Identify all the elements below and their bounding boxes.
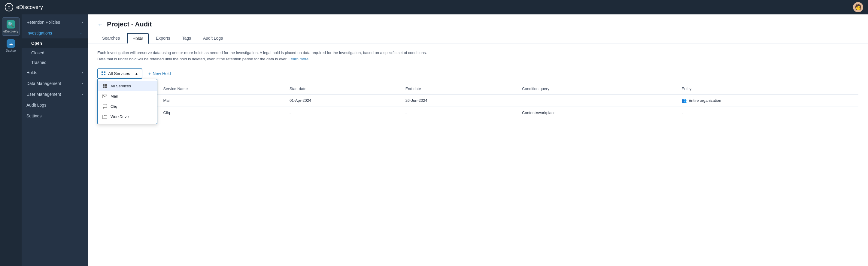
cliq-label: Cliq: [111, 104, 117, 109]
dropdown-option-mail[interactable]: Mail: [98, 91, 157, 101]
table-header-row: Service Name Start date End date Conditi…: [97, 84, 858, 95]
svg-rect-1: [105, 84, 107, 86]
sidebar-item-audit-logs[interactable]: Audit Logs: [22, 100, 88, 110]
th-service-name: Service Name: [158, 84, 284, 95]
tab-exports[interactable]: Exports: [151, 33, 175, 43]
nav-item-ediscovery[interactable]: 🔍 eDiscovery: [2, 18, 20, 36]
sidebar-item-settings[interactable]: Settings: [22, 110, 88, 121]
table-row: ... Mail 01-Apr-2024 26-Jun-2024 👥 Entir…: [97, 94, 858, 107]
chevron-icon-um: ›: [82, 92, 83, 96]
backup-icon: ☁: [7, 39, 15, 48]
sidebar-item-user-management[interactable]: User Management ›: [22, 89, 88, 100]
nav-item-backup[interactable]: ☁ Backup: [2, 37, 20, 55]
ediscovery-icon: 🔍: [7, 20, 15, 29]
row2-service-name: Cliq: [158, 107, 284, 119]
svg-rect-2: [103, 87, 104, 88]
row1-condition-query: [517, 94, 677, 107]
dropdown-trigger[interactable]: All Services ▲: [97, 68, 142, 79]
closed-label: Closed: [31, 51, 44, 55]
th-start-date: Start date: [285, 84, 401, 95]
learn-more-link[interactable]: Learn more: [289, 57, 308, 61]
th-end-date: End date: [401, 84, 517, 95]
mail-label: Mail: [111, 94, 118, 98]
dropdown-option-all-services[interactable]: All Services: [98, 81, 157, 91]
holds-label: Holds: [26, 70, 37, 75]
nav-label-ediscovery: eDiscovery: [3, 30, 18, 33]
row1-entity: 👥 Entire organization: [677, 94, 858, 107]
th-entity: Entity: [677, 84, 858, 95]
chat-icon: [102, 104, 107, 109]
sidebar: Retention Policies › Investigations ⌄ Op…: [22, 14, 88, 266]
sidebar-item-open[interactable]: Open: [22, 38, 88, 48]
row1-service-name: Mail: [158, 94, 284, 107]
investigations-submenu: Open Closed Trashed: [22, 38, 88, 67]
topbar: ⊙ eDiscovery 🧑: [0, 0, 868, 14]
svg-marker-6: [103, 107, 104, 109]
chevron-icon: ›: [82, 20, 83, 24]
toolbar-row: All Services ▲: [97, 68, 858, 79]
sidebar-item-closed[interactable]: Closed: [22, 48, 88, 58]
dropdown-option-workdrive[interactable]: WorkDrive: [98, 112, 157, 122]
grid-icon: [101, 71, 106, 76]
data-management-label: Data Management: [26, 81, 61, 86]
entity-icon: 👥: [681, 98, 687, 103]
holds-table: Service Name Start date End date Conditi…: [97, 84, 858, 119]
app-logo: ⊙: [5, 3, 13, 11]
tab-holds[interactable]: Holds: [127, 33, 149, 44]
retention-policies-label: Retention Policies: [26, 20, 60, 25]
row2-start-date: -: [285, 107, 401, 119]
audit-logs-label: Audit Logs: [26, 103, 46, 107]
row1-start-date: 01-Apr-2024: [285, 94, 401, 107]
service-filter-dropdown: All Services ▲: [97, 68, 142, 79]
sidebar-item-retention-policies[interactable]: Retention Policies ›: [22, 17, 88, 28]
tab-searches[interactable]: Searches: [97, 33, 125, 43]
sidebar-item-investigations[interactable]: Investigations ⌄: [22, 28, 88, 38]
content-body: Each investigation will preserve data us…: [88, 44, 868, 266]
chevron-icon-holds: ›: [82, 71, 83, 75]
content-area: ← Project - Audit Searches Holds Exports…: [88, 14, 868, 266]
chevron-up-icon: ▲: [135, 72, 138, 75]
all-services-icon: [102, 84, 107, 89]
svg-rect-3: [105, 87, 107, 88]
svg-rect-0: [103, 84, 104, 86]
content-header: ← Project - Audit Searches Holds Exports…: [88, 14, 868, 44]
workdrive-label: WorkDrive: [111, 114, 128, 119]
back-button[interactable]: ←: [97, 21, 103, 28]
mail-icon: [102, 94, 107, 99]
tab-audit-logs[interactable]: Audit Logs: [198, 33, 228, 43]
plus-icon: +: [148, 71, 151, 76]
tab-tags[interactable]: Tags: [177, 33, 196, 43]
table-row: ... Cliq - - Content=workplace -: [97, 107, 858, 119]
sidebar-item-trashed[interactable]: Trashed: [22, 58, 88, 67]
svg-rect-5: [103, 104, 107, 107]
folder-icon: [102, 114, 107, 120]
investigations-label: Investigations: [26, 31, 52, 35]
user-management-label: User Management: [26, 92, 61, 97]
new-hold-label: New Hold: [153, 71, 171, 76]
avatar[interactable]: 🧑: [853, 2, 863, 12]
sidebar-item-holds[interactable]: Holds ›: [22, 67, 88, 78]
dropdown-option-cliq[interactable]: Cliq: [98, 101, 157, 112]
open-label: Open: [31, 41, 42, 46]
th-condition-query: Condition query: [517, 84, 677, 95]
dropdown-selected-label: All Services: [108, 71, 130, 76]
sidebar-item-data-management[interactable]: Data Management ›: [22, 78, 88, 89]
title-row: ← Project - Audit: [97, 21, 858, 28]
all-services-label: All Services: [111, 84, 131, 88]
row2-condition-query: Content=workplace: [517, 107, 677, 119]
row1-end-date: 26-Jun-2024: [401, 94, 517, 107]
entity-cell: 👥 Entire organization: [681, 98, 854, 103]
chevron-icon-dm: ›: [82, 81, 83, 86]
tabs-row: Searches Holds Exports Tags Audit Logs: [97, 33, 858, 43]
settings-label: Settings: [26, 113, 42, 118]
row2-end-date: -: [401, 107, 517, 119]
row2-entity: -: [677, 107, 858, 119]
app-name: eDiscovery: [16, 4, 43, 10]
main-layout: 🔍 eDiscovery ☁ Backup Retention Policies…: [0, 14, 868, 266]
description-text: Each investigation will preserve data us…: [97, 50, 428, 62]
dropdown-menu: All Services Mail: [97, 79, 157, 124]
icon-rail: 🔍 eDiscovery ☁ Backup: [0, 14, 22, 266]
brand: ⊙ eDiscovery: [5, 3, 43, 11]
nav-label-backup: Backup: [6, 49, 16, 52]
new-hold-button[interactable]: + New Hold: [147, 69, 172, 78]
